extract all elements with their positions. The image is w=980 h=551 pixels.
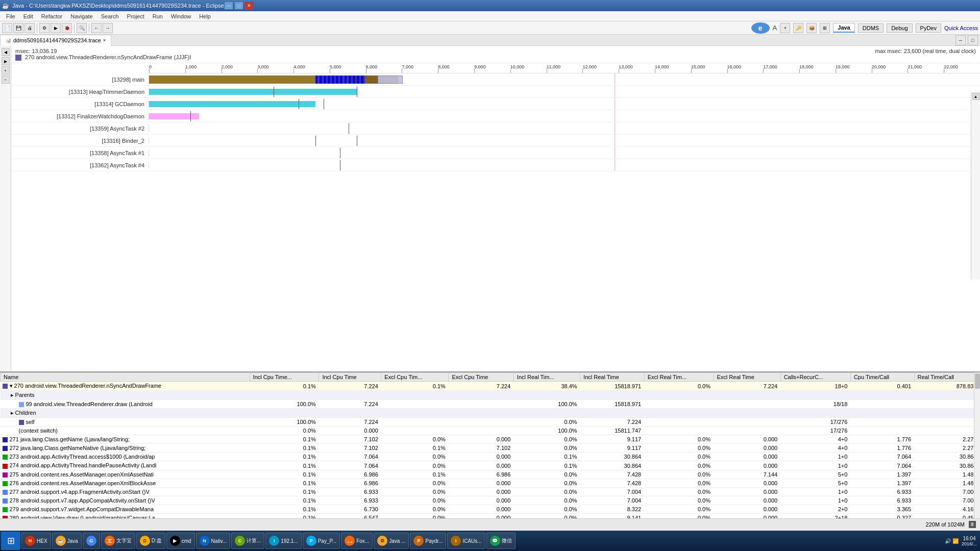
table-row[interactable]: 271 java.lang.Class.getName (Ljava/lang/…: [1, 435, 980, 444]
col-incl-cpu[interactable]: Incl Cpu Time: [319, 373, 381, 382]
right-panel-btn[interactable]: ▲: [972, 93, 979, 100]
taskbar-app-paydr[interactable]: P Paydr...: [410, 533, 446, 549]
col-incl-real-pct[interactable]: Incl Real Tim...: [513, 373, 580, 382]
taskbar-app-chrome[interactable]: G: [83, 533, 100, 549]
menu-search[interactable]: Search: [97, 12, 123, 20]
expand-arrow[interactable]: ▸: [11, 410, 15, 416]
menu-help[interactable]: Help: [195, 12, 215, 20]
menu-run[interactable]: Run: [149, 12, 167, 20]
perspective-pydev[interactable]: PyDev: [916, 23, 941, 33]
col-excl-real-pct[interactable]: Excl Real Tim...: [644, 373, 714, 382]
col-incl-real[interactable]: Incl Real Time: [580, 373, 645, 382]
gc-button[interactable]: 🗑: [969, 521, 976, 528]
taskbar-app-ip[interactable]: I 192.1...: [265, 533, 301, 549]
minimize-view-button[interactable]: ─: [955, 35, 966, 45]
side-button-1[interactable]: ◀: [2, 48, 10, 56]
debug-button[interactable]: 🐞: [62, 23, 72, 33]
search-button[interactable]: 🔍: [77, 23, 87, 33]
thread-row[interactable]: [13359] AsyncTask #2: [11, 122, 980, 135]
table-row[interactable]: (context switch)0.0%0.000100.0%15811.747…: [1, 427, 980, 435]
color-dot: [19, 420, 24, 425]
table-row[interactable]: 273 android.app.ActivityThread.access$10…: [1, 453, 980, 461]
thread-row[interactable]: [13314] GCDaemon: [11, 98, 980, 110]
table-row[interactable]: 275 android.content.res.AssetManager.ope…: [1, 470, 980, 479]
taskbar-app-cmd[interactable]: ▶ cmd: [166, 533, 195, 549]
table-row[interactable]: 279 android.support.v7.widget.AppCompatD…: [1, 505, 980, 513]
thread-row[interactable]: [13313] HeapTrimmerDaemon: [11, 86, 980, 98]
thread-row[interactable]: [13362] AsyncTask #4: [11, 159, 980, 171]
perspective-ddms[interactable]: DDMS: [858, 23, 884, 33]
taskbar-app-fox[interactable]: 🦊 Fox...: [341, 533, 373, 549]
maximize-view-button[interactable]: □: [968, 35, 978, 45]
scrollbar-thumb[interactable]: [975, 373, 980, 389]
table-scrollbar[interactable]: [974, 372, 980, 518]
col-cpu-call[interactable]: Cpu Time/Call: [850, 373, 914, 382]
table-row[interactable]: 280 android.view.View.draw (Landroid/gra…: [1, 514, 980, 518]
menu-navigate[interactable]: Navigate: [66, 12, 96, 20]
taskbar-app-disk[interactable]: D D:盘: [136, 533, 165, 549]
taskbar-app-java[interactable]: ☕ Java: [52, 533, 82, 549]
close-button[interactable]: ✕: [244, 2, 254, 10]
col-calls[interactable]: Calls+RecurC...: [780, 373, 850, 382]
col-real-call[interactable]: Real Time/Call: [914, 373, 979, 382]
thread-row[interactable]: [13298] main: [11, 73, 980, 86]
taskbar-app-ica[interactable]: I ICAUs...: [447, 533, 485, 549]
ip-icon: I: [269, 536, 279, 546]
trace-tab[interactable]: 📊 ddms509161414479029S234.trace ×: [0, 35, 111, 46]
taskbar-app-wenzi[interactable]: 文 文字宝: [101, 533, 135, 549]
table-row[interactable]: ▾ 270 android.view.ThreadedRenderer.nSyn…: [1, 382, 980, 391]
build-button[interactable]: ⚙: [39, 23, 50, 33]
menu-project[interactable]: Project: [123, 12, 149, 20]
back-button[interactable]: ←: [91, 23, 102, 33]
minimize-button[interactable]: ─: [224, 2, 233, 10]
table-row[interactable]: ▸ Parents: [1, 391, 980, 400]
taskbar-app-calc[interactable]: C 计算...: [231, 533, 264, 549]
run-button[interactable]: ▶: [51, 23, 61, 33]
toolbar-btn-5[interactable]: ⊞: [820, 23, 830, 33]
thread-row[interactable]: [13358] AsyncTask #1: [11, 147, 980, 159]
wenzi-label: 文字宝: [116, 537, 132, 544]
col-name[interactable]: Name: [1, 373, 250, 382]
table-row[interactable]: ▸ Children: [1, 409, 980, 418]
table-row[interactable]: 278 android.support.v7.app.AppCompatActi…: [1, 496, 980, 505]
toolbar-btn-2[interactable]: +: [780, 23, 790, 33]
taskbar-app-wechat[interactable]: 💬 微信: [486, 533, 516, 549]
expand-arrow[interactable]: ▾: [10, 383, 14, 389]
thread-row[interactable]: [13316] Binder_2: [11, 135, 980, 147]
table-row[interactable]: 99 android.view.ThreadedRenderer.draw (L…: [1, 400, 980, 409]
col-excl-real[interactable]: Excl Real Time: [714, 373, 780, 382]
taskbar-app-hex[interactable]: H HEX: [21, 533, 51, 549]
col-excl-cpu-pct[interactable]: Excl Cpu Tim...: [381, 373, 449, 382]
expand-arrow[interactable]: ▸: [11, 392, 15, 398]
side-button-3[interactable]: +: [2, 66, 10, 74]
perspective-java[interactable]: Java: [833, 23, 854, 33]
col-incl-cpu-pct[interactable]: Incl Cpu Time...: [250, 373, 319, 382]
save-button[interactable]: 💾: [13, 23, 23, 33]
table-row[interactable]: 272 java.lang.Class.getNameNative (Ljava…: [1, 444, 980, 453]
col-excl-cpu[interactable]: Excl Cpu Time: [449, 373, 513, 382]
side-button-4[interactable]: −: [2, 76, 10, 84]
maximize-button[interactable]: □: [234, 2, 243, 10]
menu-refactor[interactable]: Refactor: [37, 12, 67, 20]
forward-button[interactable]: →: [103, 23, 113, 33]
taskbar-app-nativ[interactable]: N Nativ...: [196, 533, 230, 549]
toolbar-btn-3[interactable]: 🔑: [793, 23, 803, 33]
taskbar-app-pay[interactable]: P Pay_P...: [303, 533, 340, 549]
toolbar-btn-4[interactable]: 📦: [806, 23, 817, 33]
table-row[interactable]: 277 android.support.v4.app.FragmentActiv…: [1, 487, 980, 496]
menu-window[interactable]: Window: [167, 12, 195, 20]
perspective-debug[interactable]: Debug: [887, 23, 912, 33]
table-row[interactable]: 276 android.content.res.AssetManager.ope…: [1, 479, 980, 487]
quick-access-link[interactable]: Quick Access: [944, 25, 978, 31]
tab-close-button[interactable]: ×: [103, 38, 106, 43]
menu-file[interactable]: File: [2, 12, 19, 20]
print-button[interactable]: 🖨: [24, 23, 35, 33]
new-button[interactable]: 📄: [2, 23, 12, 33]
side-button-2[interactable]: ▶: [2, 57, 10, 65]
thread-row[interactable]: [13312] FinalizerWatchdogDaemon: [11, 110, 980, 122]
menu-edit[interactable]: Edit: [19, 12, 37, 20]
start-button[interactable]: ⊞: [1, 532, 20, 550]
table-row[interactable]: 274 android.app.ActivityThread.handlePau…: [1, 461, 980, 470]
table-row[interactable]: self100.0%7.2240.0%7.22417/276: [1, 418, 980, 427]
taskbar-app-java2[interactable]: ⚙ Java ...: [374, 533, 409, 549]
